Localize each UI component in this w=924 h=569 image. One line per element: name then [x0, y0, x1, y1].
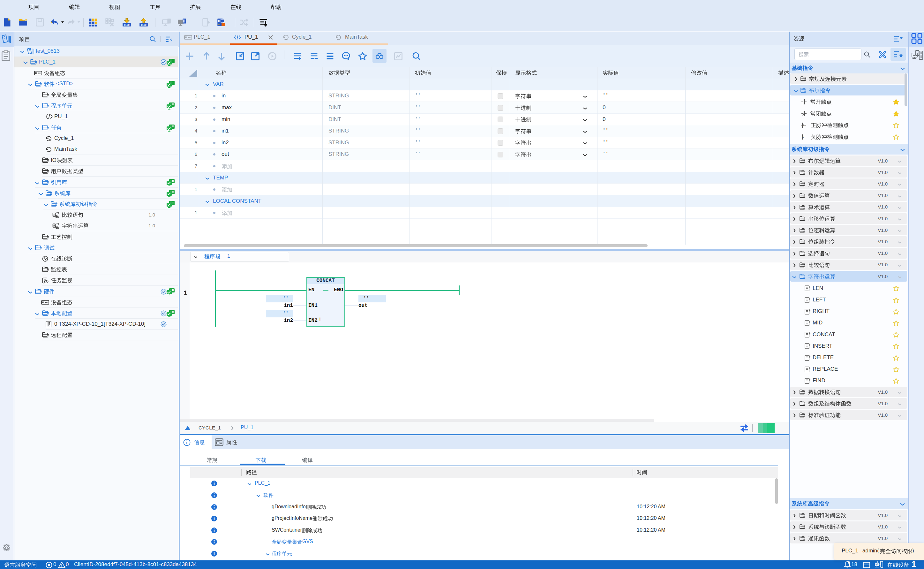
svg-text:N: N [802, 135, 804, 139]
svg-text:1100: 1100 [124, 24, 130, 26]
svg-text:1100: 1100 [141, 24, 147, 26]
svg-text:P: P [803, 123, 805, 127]
